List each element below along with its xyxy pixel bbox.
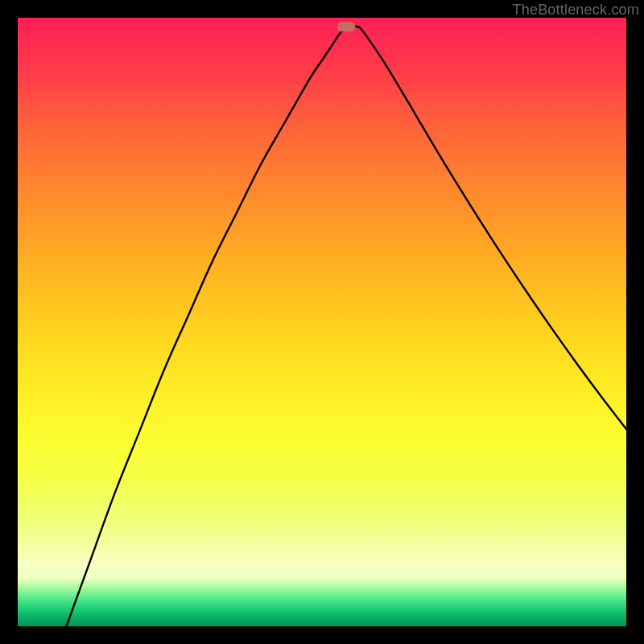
bottleneck-curve — [66, 27, 626, 626]
vertex-marker — [337, 22, 355, 31]
plot-area — [18, 18, 626, 626]
curve-svg — [18, 18, 626, 626]
chart-frame: TheBottleneck.com — [0, 0, 644, 644]
watermark-label: TheBottleneck.com — [513, 2, 639, 19]
